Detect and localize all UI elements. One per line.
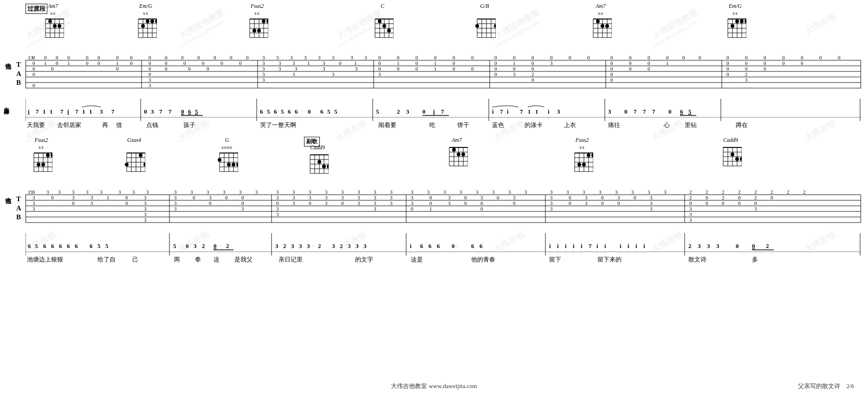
svg-text:6: 6 — [437, 242, 440, 249]
svg-text:3: 3 — [411, 200, 414, 206]
svg-text:0: 0 — [51, 66, 54, 71]
svg-text:3: 3 — [276, 195, 279, 200]
svg-text:5: 5 — [195, 108, 198, 115]
svg-text:0: 0 — [699, 56, 701, 60]
svg-text:0: 0 — [764, 66, 766, 71]
svg-text:心: 心 — [663, 121, 670, 128]
svg-text:0: 0 — [116, 66, 119, 71]
svg-text:3: 3 — [378, 71, 381, 77]
svg-text:3: 3 — [350, 56, 353, 60]
svg-text:3: 3 — [390, 190, 393, 195]
chord-diagram-emg-2 — [724, 16, 746, 39]
svg-text:0: 0 — [165, 66, 168, 71]
svg-text:的文字: 的文字 — [355, 256, 373, 263]
svg-text:3: 3 — [118, 190, 121, 195]
svg-text:1: 1 — [434, 60, 437, 66]
chord-am7-3-svg — [446, 145, 468, 168]
svg-text:0: 0 — [801, 56, 803, 60]
svg-text:0: 0 — [86, 56, 89, 60]
svg-text:3: 3 — [480, 195, 483, 200]
svg-text:i: i — [643, 242, 645, 249]
svg-text:0: 0 — [771, 195, 773, 200]
svg-text:0: 0 — [452, 242, 455, 249]
svg-text:拳: 拳 — [195, 256, 201, 263]
svg-point-422 — [740, 157, 742, 161]
svg-text:3: 3 — [309, 195, 311, 200]
svg-text:3: 3 — [476, 190, 479, 195]
svg-text:0: 0 — [415, 60, 418, 66]
svg-text:3: 3 — [239, 190, 242, 195]
svg-point-368 — [236, 163, 238, 166]
svg-text:6: 6 — [420, 242, 423, 249]
svg-point-52 — [382, 24, 386, 28]
tab-label-1: T A B — [16, 60, 21, 88]
svg-text:3: 3 — [508, 190, 511, 195]
svg-text:0: 0 — [668, 108, 672, 115]
svg-point-394 — [457, 153, 460, 156]
svg-text:3: 3 — [525, 190, 527, 195]
svg-text:3: 3 — [299, 242, 302, 249]
svg-text:3: 3 — [363, 242, 367, 249]
svg-point-381 — [322, 165, 326, 168]
svg-point-90 — [740, 19, 744, 23]
chord-name-fsus2-1: Fsus2 — [251, 3, 264, 10]
svg-point-369 — [227, 163, 231, 166]
svg-text:0: 0 — [464, 200, 467, 206]
svg-text:0: 0 — [736, 242, 739, 249]
svg-text:3: 3 — [144, 195, 147, 200]
svg-text:3: 3 — [292, 60, 295, 66]
svg-text:3: 3 — [332, 71, 335, 77]
svg-text:2: 2 — [688, 242, 692, 249]
svg-text:1: 1 — [429, 206, 432, 211]
svg-text:3: 3 — [513, 71, 516, 77]
svg-text:两: 两 — [174, 256, 180, 263]
svg-text:3: 3 — [292, 71, 295, 77]
svg-text:7: 7 — [36, 108, 39, 115]
svg-text:里钻: 里钻 — [685, 121, 697, 128]
svg-text:3: 3 — [32, 190, 35, 195]
svg-text:0: 0 — [130, 60, 133, 66]
svg-text:6: 6 — [59, 242, 62, 249]
lyric-svg-2: 池塘边上狠狠 给了自 己 两 拳 这 是我父 亲日记里 的文字 这是 他的青春 … — [26, 254, 861, 264]
svg-text:3: 3 — [292, 200, 295, 206]
svg-text:0: 0 — [764, 56, 766, 60]
svg-text:0: 0 — [378, 66, 381, 71]
svg-text:6: 6 — [479, 242, 483, 249]
svg-text:3: 3 — [325, 195, 328, 200]
svg-text:0: 0 — [186, 242, 189, 249]
svg-text:0: 0 — [56, 60, 58, 66]
svg-text:7: 7 — [75, 108, 78, 115]
svg-text:3: 3 — [32, 206, 35, 211]
svg-text:6: 6 — [188, 108, 191, 115]
svg-text:3: 3 — [585, 195, 588, 200]
svg-text:3: 3 — [255, 190, 258, 195]
chord-name-emg-1: Em/G — [139, 3, 152, 10]
svg-text:0: 0 — [220, 60, 223, 66]
svg-text:3: 3 — [100, 190, 103, 195]
svg-text:6: 6 — [75, 242, 78, 249]
svg-point-380 — [317, 160, 321, 164]
svg-text:2: 2 — [771, 190, 773, 195]
svg-point-24 — [150, 19, 154, 23]
svg-text:.: . — [302, 108, 303, 113]
svg-text:3: 3 — [149, 83, 151, 88]
svg-text:3: 3 — [650, 200, 653, 206]
svg-text:7: 7 — [634, 108, 637, 115]
svg-text:3: 3 — [448, 200, 451, 206]
svg-text:0: 0 — [726, 71, 729, 77]
svg-text:i: i — [635, 242, 637, 249]
svg-text:3: 3 — [190, 190, 193, 195]
svg-text:0: 0 — [378, 56, 381, 60]
svg-text:再: 再 — [102, 121, 108, 128]
svg-text:0: 0 — [429, 200, 432, 206]
chord-gsus4: Gsus4 — [123, 137, 145, 173]
svg-text:0: 0 — [97, 60, 100, 66]
svg-text:3: 3 — [411, 190, 414, 195]
svg-text:留下: 留下 — [549, 256, 561, 263]
wm7: 大伟吉他教室 — [492, 7, 542, 42]
svg-text:3: 3 — [341, 195, 344, 200]
svg-text:6: 6 — [274, 108, 277, 115]
svg-text:0: 0 — [308, 108, 311, 115]
chord-name-c-1: C — [381, 3, 384, 10]
svg-text:0: 0 — [149, 66, 151, 71]
